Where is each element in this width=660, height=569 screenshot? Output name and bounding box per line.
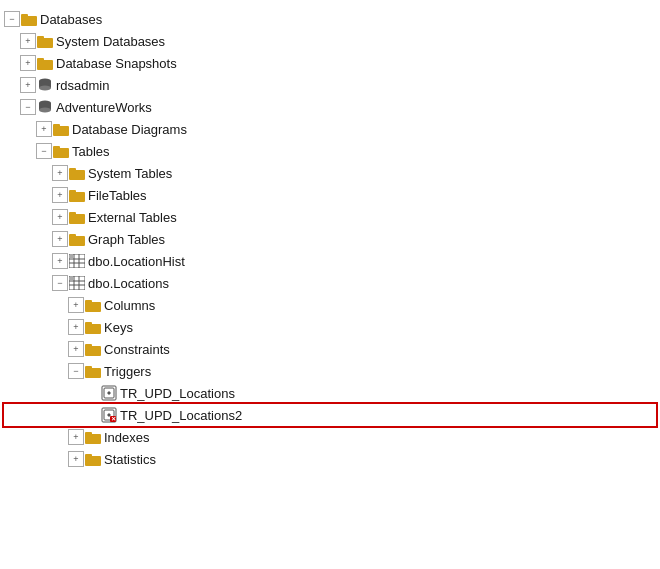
expander-indexes[interactable]: [68, 429, 84, 445]
row-rdsadmin[interactable]: rdsadmin: [4, 74, 656, 96]
folder-icon: [85, 363, 101, 379]
expander-system-tables[interactable]: [52, 165, 68, 181]
row-system-databases[interactable]: System Databases: [4, 30, 656, 52]
table-icon: [69, 253, 85, 269]
label-system-databases: System Databases: [56, 34, 165, 49]
expander-adventureworks[interactable]: [20, 99, 36, 115]
expander-statistics[interactable]: [68, 451, 84, 467]
svg-rect-29: [70, 255, 74, 258]
database-icon-adventureworks: [37, 99, 53, 115]
row-columns[interactable]: Columns: [4, 294, 656, 316]
expander-triggers[interactable]: [68, 363, 84, 379]
folder-icon: [85, 451, 101, 467]
label-tr-upd-locations: TR_UPD_Locations: [120, 386, 235, 401]
svg-rect-39: [85, 322, 92, 326]
expander-tr-upd-locations: [84, 385, 100, 401]
svg-rect-3: [37, 36, 44, 40]
row-adventureworks[interactable]: AdventureWorks: [4, 96, 656, 118]
folder-icon: [85, 429, 101, 445]
folder-icon: [69, 165, 85, 181]
folder-icon: [69, 209, 85, 225]
label-constraints: Constraints: [104, 342, 170, 357]
expander-graph-tables[interactable]: [52, 231, 68, 247]
row-graph-tables[interactable]: Graph Tables: [4, 228, 656, 250]
row-database-diagrams[interactable]: Database Diagrams: [4, 118, 656, 140]
svg-rect-5: [37, 58, 44, 62]
folder-icon: [53, 121, 69, 137]
expander-columns[interactable]: [68, 297, 84, 313]
row-constraints[interactable]: Constraints: [4, 338, 656, 360]
trigger-icon: [101, 385, 117, 401]
row-tr-upd-locations[interactable]: TR_UPD_Locations: [4, 382, 656, 404]
row-dbo-locationhist[interactable]: dbo.LocationHist: [4, 250, 656, 272]
svg-rect-23: [69, 234, 76, 238]
expander-database-snapshots[interactable]: [20, 55, 36, 71]
row-external-tables[interactable]: External Tables: [4, 206, 656, 228]
label-dbo-locationhist: dbo.LocationHist: [88, 254, 185, 269]
row-system-tables[interactable]: System Tables: [4, 162, 656, 184]
folder-icon: [69, 231, 85, 247]
expander-external-tables[interactable]: [52, 209, 68, 225]
label-database-snapshots: Database Snapshots: [56, 56, 177, 71]
label-database-diagrams: Database Diagrams: [72, 122, 187, 137]
svg-rect-51: [85, 432, 92, 436]
label-rdsadmin: rdsadmin: [56, 78, 109, 93]
svg-rect-1: [21, 14, 28, 18]
row-dbo-locations[interactable]: dbo.Locations: [4, 272, 656, 294]
svg-rect-13: [53, 124, 60, 128]
label-graph-tables: Graph Tables: [88, 232, 165, 247]
folder-icon-databases: [21, 11, 37, 27]
folder-icon: [69, 187, 85, 203]
table-icon: [69, 275, 85, 291]
object-explorer: Databases System Databases Database Snap…: [0, 0, 660, 478]
expander-keys[interactable]: [68, 319, 84, 335]
svg-rect-17: [69, 168, 76, 172]
svg-point-11: [39, 108, 51, 113]
expander-dbo-locations[interactable]: [52, 275, 68, 291]
label-tables: Tables: [72, 144, 110, 159]
label-adventureworks: AdventureWorks: [56, 100, 152, 115]
expander-system-databases[interactable]: [20, 33, 36, 49]
expander-constraints[interactable]: [68, 341, 84, 357]
row-triggers[interactable]: Triggers: [4, 360, 656, 382]
svg-rect-21: [69, 212, 76, 216]
label-tr-upd-locations2: TR_UPD_Locations2: [120, 408, 242, 423]
svg-text:✕: ✕: [111, 416, 116, 422]
row-filetables[interactable]: FileTables: [4, 184, 656, 206]
label-databases: Databases: [40, 12, 102, 27]
row-databases[interactable]: Databases: [4, 8, 656, 30]
expander-databases[interactable]: [4, 11, 20, 27]
expander-filetables[interactable]: [52, 187, 68, 203]
svg-rect-37: [85, 300, 92, 304]
expander-tr-upd-locations2: [84, 407, 100, 423]
folder-icon: [37, 55, 53, 71]
label-filetables: FileTables: [88, 188, 147, 203]
svg-rect-43: [85, 366, 92, 370]
expander-rdsadmin[interactable]: [20, 77, 36, 93]
label-system-tables: System Tables: [88, 166, 172, 181]
label-columns: Columns: [104, 298, 155, 313]
tree-node-databases: Databases System Databases Database Snap…: [4, 8, 656, 470]
svg-rect-41: [85, 344, 92, 348]
row-tables[interactable]: Tables: [4, 140, 656, 162]
svg-rect-19: [69, 190, 76, 194]
row-indexes[interactable]: Indexes: [4, 426, 656, 448]
expander-tables[interactable]: [36, 143, 52, 159]
label-keys: Keys: [104, 320, 133, 335]
trigger-error-icon: ✕: [101, 407, 117, 423]
label-dbo-locations: dbo.Locations: [88, 276, 169, 291]
row-tr-upd-locations2[interactable]: ✕ TR_UPD_Locations2: [4, 404, 656, 426]
svg-point-8: [39, 86, 51, 91]
expander-database-diagrams[interactable]: [36, 121, 52, 137]
svg-rect-53: [85, 454, 92, 458]
expander-dbo-locationhist[interactable]: [52, 253, 68, 269]
folder-icon: [37, 33, 53, 49]
folder-icon: [85, 297, 101, 313]
svg-rect-15: [53, 146, 60, 150]
row-statistics[interactable]: Statistics: [4, 448, 656, 470]
row-keys[interactable]: Keys: [4, 316, 656, 338]
database-icon-rdsadmin: [37, 77, 53, 93]
label-indexes: Indexes: [104, 430, 150, 445]
row-database-snapshots[interactable]: Database Snapshots: [4, 52, 656, 74]
svg-rect-35: [70, 277, 74, 280]
